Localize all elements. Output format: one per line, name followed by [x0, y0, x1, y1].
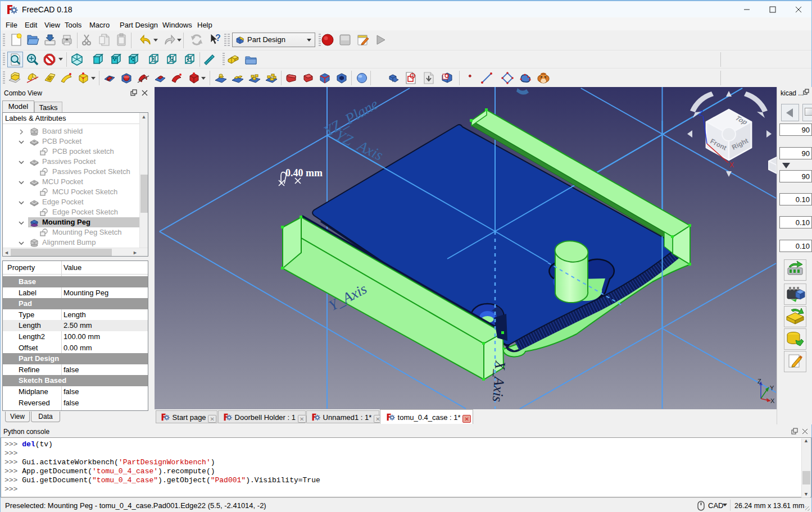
svg-text:X: X [770, 397, 775, 404]
svg-text:0.40 mm: 0.40 mm [285, 167, 323, 179]
svg-text:Y: Y [770, 385, 774, 391]
svg-text:Z: Z [757, 378, 761, 385]
svg-text:X_Axis: X_Axis [489, 360, 509, 403]
svg-text:X: X [729, 161, 734, 169]
svg-text:Z: Z [699, 109, 703, 117]
svg-text:?: ? [215, 33, 221, 43]
